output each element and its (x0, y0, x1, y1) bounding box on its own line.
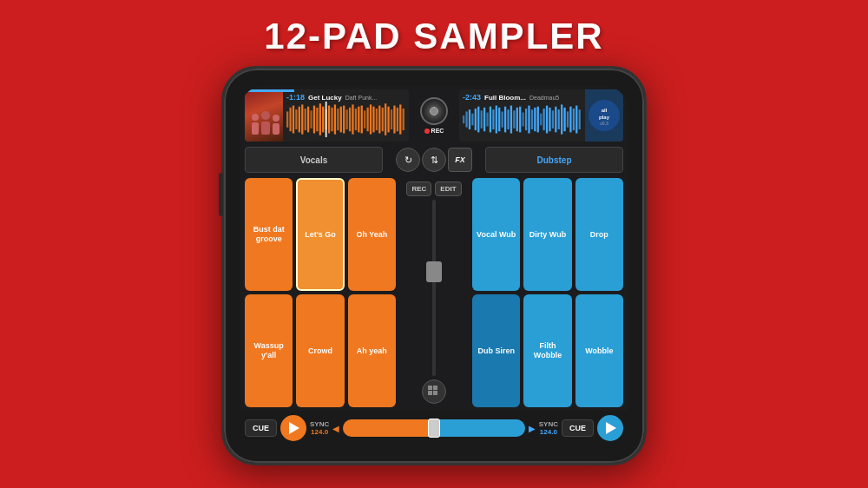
left-track-artist: Daft Punk... (345, 95, 378, 101)
svg-rect-81 (563, 108, 565, 131)
svg-rect-45 (403, 109, 404, 130)
eq-icon-btn[interactable]: ⇅ (422, 148, 446, 172)
rec-label: REC (431, 128, 444, 134)
edit-btn[interactable]: EDIT (435, 181, 461, 196)
arrow-left-icon: ◀ (332, 424, 339, 433)
svg-rect-30 (358, 107, 359, 133)
phone-screen: -1:18 Get Lucky Daft Punk... (240, 86, 628, 445)
right-track-artist: Deadmau5 (529, 95, 559, 101)
pad-left-1[interactable]: Bust dat groove (245, 178, 293, 291)
svg-rect-38 (382, 108, 384, 131)
pad-right-1[interactable]: Vocal Wub (472, 178, 520, 291)
center-vinyl-area: REC (412, 97, 456, 134)
sync-label-right: SYNC (539, 420, 558, 428)
svg-rect-34 (370, 105, 372, 135)
svg-rect-77 (552, 111, 554, 129)
svg-rect-1 (252, 122, 259, 135)
cue-btn-left[interactable]: CUE (245, 419, 277, 437)
pad-left-6[interactable]: Ah yeah (348, 294, 396, 407)
svg-point-2 (261, 111, 270, 120)
pad-left-3[interactable]: Oh Yeah (348, 178, 396, 291)
vinyl-button[interactable] (420, 97, 448, 125)
rec-btn[interactable]: REC (406, 181, 431, 196)
top-bar: -1:18 Get Lucky Daft Punk... (240, 86, 628, 145)
svg-rect-21 (331, 108, 332, 131)
svg-rect-48 (465, 112, 467, 128)
svg-rect-23 (337, 109, 339, 130)
svg-rect-82 (567, 112, 569, 128)
pad-right-5[interactable]: Filth Wobble (523, 294, 571, 407)
sync-icon-btn[interactable]: ↻ (396, 148, 420, 172)
svg-rect-25 (343, 106, 345, 134)
sync-bpm-right: 124.0 (540, 428, 557, 436)
svg-rect-40 (387, 107, 389, 133)
deck-center-icons: ↻ ⇅ FX (386, 148, 482, 172)
svg-rect-55 (486, 113, 488, 127)
pads-left: Bust dat groove Let's Go Oh Yeah Wassup … (245, 178, 396, 407)
svg-rect-94 (433, 391, 437, 395)
svg-rect-41 (391, 110, 392, 130)
svg-rect-5 (273, 123, 279, 135)
svg-rect-32 (364, 111, 365, 129)
pad-right-6[interactable]: Wobble (575, 294, 623, 407)
sync-bpm-left: 124.0 (311, 428, 328, 436)
svg-rect-10 (299, 107, 300, 133)
svg-rect-80 (561, 105, 562, 135)
svg-rect-35 (372, 107, 374, 133)
svg-rect-3 (261, 122, 270, 135)
svg-rect-91 (428, 386, 432, 390)
bottom-bar: CUE SYNC 124.0 ◀ ▶ SYNC (240, 411, 628, 445)
pad-left-5[interactable]: Crowd (296, 294, 344, 407)
pad-left-4[interactable]: Wassup y'all (245, 294, 293, 407)
deck-right-label[interactable]: Dubstep (485, 147, 623, 173)
svg-rect-75 (546, 106, 548, 134)
svg-rect-14 (310, 111, 312, 129)
svg-rect-8 (293, 106, 294, 134)
svg-rect-64 (513, 111, 515, 129)
svg-rect-47 (463, 115, 464, 123)
pad-right-4[interactable]: Dub Siren (472, 294, 520, 407)
svg-rect-49 (469, 110, 470, 130)
svg-rect-37 (378, 106, 380, 134)
svg-rect-15 (313, 106, 315, 134)
svg-rect-84 (573, 109, 575, 130)
svg-rect-13 (307, 107, 309, 133)
play-btn-right[interactable] (597, 415, 623, 441)
svg-rect-86 (579, 110, 581, 130)
svg-rect-53 (481, 111, 483, 129)
pad-right-2[interactable]: Dirty Wub (523, 178, 571, 291)
svg-rect-85 (575, 106, 577, 134)
sync-icon: ↻ (404, 155, 412, 166)
page-title: 12-PAD SAMPLER (264, 16, 603, 57)
svg-rect-16 (316, 108, 318, 131)
svg-rect-44 (399, 105, 401, 135)
play-icon-left (289, 422, 299, 434)
play-btn-left[interactable] (280, 415, 306, 441)
svg-rect-83 (569, 107, 571, 133)
crossfader-thumb[interactable] (428, 419, 440, 438)
svg-rect-73 (540, 114, 542, 126)
svg-rect-57 (492, 110, 494, 130)
grid-btn[interactable] (422, 379, 446, 404)
deck-left-label[interactable]: Vocals (245, 147, 383, 173)
svg-rect-59 (498, 108, 500, 131)
svg-rect-76 (549, 108, 550, 131)
crossfader-knob[interactable] (426, 261, 442, 282)
fx-btn[interactable]: FX (448, 148, 472, 172)
svg-text:v0.3: v0.3 (600, 121, 608, 126)
svg-rect-63 (510, 106, 512, 134)
svg-rect-31 (361, 106, 363, 134)
svg-rect-79 (558, 110, 560, 130)
pad-left-2[interactable]: Let's Go (296, 178, 344, 291)
crossfader-bar[interactable] (343, 419, 525, 437)
svg-rect-70 (531, 110, 533, 130)
svg-text:all: all (602, 108, 608, 113)
svg-rect-43 (397, 108, 398, 131)
center-area: REC EDIT (399, 178, 469, 407)
pad-right-3[interactable]: Drop (575, 178, 623, 291)
cue-btn-right[interactable]: CUE (562, 419, 594, 437)
sync-area-left: SYNC 124.0 (310, 420, 329, 436)
svg-rect-69 (528, 106, 529, 134)
svg-rect-68 (525, 109, 527, 130)
vertical-crossfader[interactable] (432, 200, 436, 376)
